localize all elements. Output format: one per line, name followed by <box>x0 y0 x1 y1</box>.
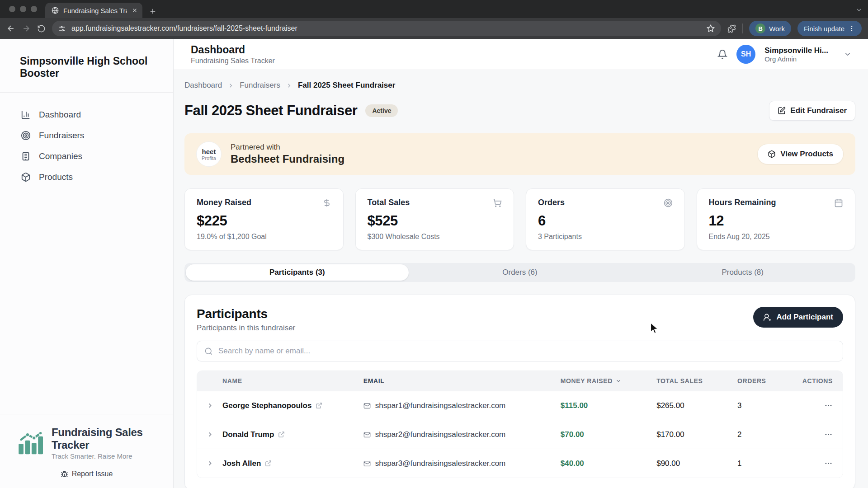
participant-name[interactable]: Donald Trump <box>222 430 274 439</box>
edit-fundraiser-button[interactable]: Edit Fundraiser <box>769 101 855 121</box>
tab-orders[interactable]: Orders (6) <box>409 264 632 281</box>
brand-logo-row: Fundraising Sales Tracker Track Smarter.… <box>0 414 173 463</box>
site-info-icon[interactable] <box>58 25 66 33</box>
extensions-icon[interactable] <box>727 24 736 33</box>
sidebar-item-products[interactable]: Products <box>0 167 173 188</box>
sidebar-item-label: Companies <box>39 151 82 161</box>
stat-subtext: 19.0% of $1,200 Goal <box>197 233 331 241</box>
add-participant-label: Add Participant <box>776 313 833 322</box>
sidebar-item-label: Fundraisers <box>39 131 84 141</box>
account-name: Simpsonville Hi... <box>764 46 828 55</box>
sort-chevron-down-icon <box>615 378 622 384</box>
sidebar-item-fundraisers[interactable]: Fundraisers <box>0 125 173 146</box>
chevron-right-icon <box>227 82 234 89</box>
column-name[interactable]: NAME <box>222 377 363 385</box>
window-minimize-button[interactable] <box>20 6 26 12</box>
brand-name: Fundraising Sales Tracker <box>52 426 173 451</box>
browser-tab[interactable]: Fundraising Sales Tracker <box>45 3 142 18</box>
stat-subtext: 3 Participants <box>538 233 673 241</box>
row-expand-chevron-icon[interactable] <box>197 402 222 409</box>
table-row: Donald Trump shspar2@fundraisingsalestra… <box>197 420 843 449</box>
participant-money-raised: $70.00 <box>561 430 584 439</box>
participant-orders: 2 <box>737 430 741 439</box>
stat-value: $225 <box>197 213 331 229</box>
new-tab-button[interactable] <box>149 7 157 15</box>
url-text[interactable]: app.fundraisingsalestracker.com/fundrais… <box>71 24 701 33</box>
sidebar-item-label: Products <box>39 172 73 182</box>
search-input[interactable] <box>218 347 835 356</box>
edit-fundraiser-label: Edit Fundraiser <box>790 106 847 115</box>
breadcrumb-current: Fall 2025 Sheet Fundraiser <box>298 81 395 90</box>
kebab-menu-icon[interactable] <box>848 25 855 32</box>
finish-update-button[interactable]: Finish update <box>797 21 862 36</box>
view-products-button[interactable]: View Products <box>757 144 844 164</box>
browser-chrome: Fundraising Sales Tracker app.fundraisin… <box>0 0 868 39</box>
sidebar-item-dashboard[interactable]: Dashboard <box>0 104 173 125</box>
table-header-row: NAME EMAIL MONEY RAISED TOTAL SALES ORDE… <box>197 371 843 391</box>
forward-button[interactable] <box>22 24 31 33</box>
tab-search-chevron-icon[interactable] <box>855 6 863 14</box>
participant-name[interactable]: Josh Allen <box>222 459 261 468</box>
window-close-button[interactable] <box>9 6 15 12</box>
tab-close-icon[interactable] <box>132 7 138 14</box>
account-avatar[interactable]: SH <box>736 45 755 64</box>
search-box[interactable] <box>197 341 843 361</box>
participant-email: shspar1@fundraisingsalestracker.com <box>375 401 505 410</box>
column-email[interactable]: EMAIL <box>363 377 561 385</box>
browser-toolbar: app.fundraisingsalestracker.com/fundrais… <box>0 18 868 39</box>
app-header-title: Dashboard <box>191 44 275 56</box>
account-chevron-down-icon[interactable] <box>844 50 852 58</box>
app-header: Dashboard Fundraising Sales Tracker SH S… <box>174 39 868 70</box>
notifications-bell-icon[interactable] <box>717 49 727 59</box>
participants-panel: Participants Participants in this fundra… <box>184 295 855 488</box>
bookmark-star-icon[interactable] <box>707 24 715 33</box>
external-link-icon[interactable] <box>316 402 322 409</box>
stat-card-hours-remaining: Hours Remaining 12 Ends Aug 20, 2025 <box>697 188 856 250</box>
report-issue-link[interactable]: Report Issue <box>0 470 173 478</box>
sidebar-item-companies[interactable]: Companies <box>0 146 173 167</box>
external-link-icon[interactable] <box>265 460 272 467</box>
external-link-icon[interactable] <box>278 431 285 438</box>
partner-logo-text: heet <box>202 148 216 155</box>
sidebar-nav: Dashboard Fundraisers Companies Products <box>0 93 173 199</box>
profile-label: Work <box>769 25 785 33</box>
breadcrumb-link-dashboard[interactable]: Dashboard <box>184 81 222 90</box>
app-header-subtitle: Fundraising Sales Tracker <box>191 57 275 65</box>
column-total-sales[interactable]: TOTAL SALES <box>656 377 737 385</box>
participant-total-sales: $265.00 <box>656 401 684 410</box>
row-actions-menu-icon[interactable] <box>824 401 833 410</box>
row-actions-menu-icon[interactable] <box>824 430 833 439</box>
column-orders[interactable]: ORDERS <box>737 377 793 385</box>
table-row: George Stephanopoulos shspar1@fundraisin… <box>197 391 843 420</box>
mail-icon <box>363 402 371 409</box>
stat-cards: Money Raised $225 19.0% of $1,200 Goal T… <box>184 188 855 250</box>
dollar-icon <box>322 198 331 207</box>
tab-participants[interactable]: Participants (3) <box>186 264 409 281</box>
search-icon <box>204 347 213 356</box>
stat-label: Orders <box>538 198 565 207</box>
sidebar-item-label: Dashboard <box>39 110 81 120</box>
row-actions-menu-icon[interactable] <box>824 459 833 468</box>
tab-products[interactable]: Products (8) <box>631 264 854 281</box>
address-bar[interactable]: app.fundraisingsalestracker.com/fundrais… <box>52 21 721 36</box>
finish-update-label: Finish update <box>804 25 844 33</box>
building-icon <box>21 151 31 161</box>
column-money-raised[interactable]: MONEY RAISED <box>561 377 656 385</box>
target-icon <box>664 198 673 207</box>
stat-value: 6 <box>538 213 673 229</box>
stat-value: $525 <box>368 213 502 229</box>
participants-table: NAME EMAIL MONEY RAISED TOTAL SALES ORDE… <box>197 371 843 478</box>
participant-name[interactable]: George Stephanopoulos <box>222 401 311 410</box>
tab-title: Fundraising Sales Tracker <box>63 7 127 14</box>
tab-strip: Fundraising Sales Tracker <box>0 0 868 18</box>
add-participant-button[interactable]: Add Participant <box>753 307 843 328</box>
participant-email: shspar2@fundraisingsalestracker.com <box>375 430 505 439</box>
reload-button[interactable] <box>37 24 46 33</box>
profile-button[interactable]: B Work <box>749 21 791 36</box>
row-expand-chevron-icon[interactable] <box>197 431 222 438</box>
back-button[interactable] <box>6 24 15 33</box>
window-zoom-button[interactable] <box>31 6 37 12</box>
breadcrumb-link-fundraisers[interactable]: Fundraisers <box>240 81 280 90</box>
org-name: Simpsonville High School Booster <box>20 55 153 80</box>
row-expand-chevron-icon[interactable] <box>197 460 222 467</box>
